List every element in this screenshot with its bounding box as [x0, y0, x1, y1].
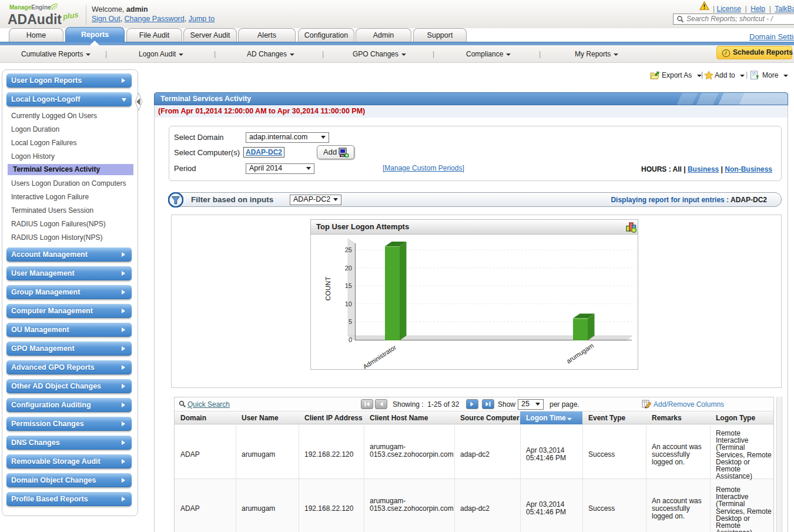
svg-text:10: 10	[345, 300, 352, 307]
svg-text:25: 25	[345, 246, 352, 253]
svg-text:COUNT: COUNT	[324, 277, 331, 301]
svg-text:Administrator: Administrator	[361, 343, 397, 370]
svg-text:0: 0	[349, 336, 352, 343]
svg-text:arumugam: arumugam	[565, 342, 595, 365]
svg-text:20: 20	[345, 265, 352, 272]
svg-text:5: 5	[349, 318, 352, 325]
svg-text:15: 15	[345, 282, 352, 289]
